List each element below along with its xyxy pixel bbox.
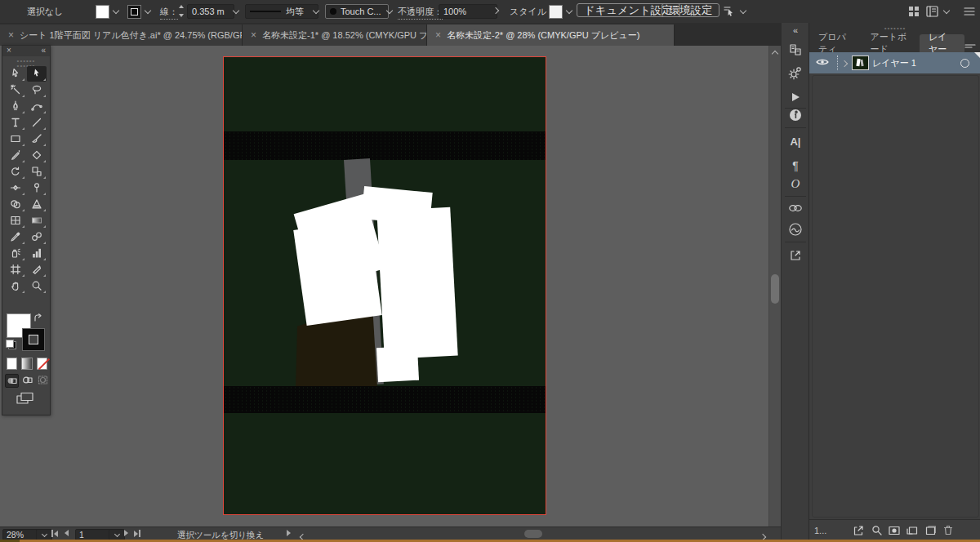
canvas-pasteboard[interactable] — [0, 46, 768, 526]
symbol-sprayer-tool[interactable] — [6, 246, 25, 261]
document-tab-1[interactable]: × シート 1階平面図 リアル色付き.ai* @ 24.75% (RGB/GPU… — [0, 24, 243, 46]
visibility-eye-icon[interactable] — [816, 58, 829, 68]
line-segment-tool[interactable] — [27, 115, 47, 131]
color-button[interactable] — [7, 358, 17, 370]
artboard[interactable] — [224, 57, 546, 514]
close-icon[interactable]: × — [251, 29, 256, 41]
layers-list-area[interactable] — [812, 75, 979, 518]
opacity-disclosure[interactable] — [490, 4, 501, 19]
creative-cloud-icon[interactable] — [782, 220, 809, 238]
rotate-tool[interactable] — [6, 164, 25, 180]
scale-tool[interactable] — [27, 164, 47, 180]
close-icon[interactable]: × — [435, 29, 441, 41]
delete-icon[interactable] — [939, 525, 957, 535]
width-profile-dropdown[interactable] — [310, 4, 322, 19]
vertical-scroll-thumb[interactable] — [771, 274, 779, 304]
width-profile-select[interactable]: 均等 — [245, 4, 318, 19]
close-icon[interactable]: × — [7, 46, 11, 55]
gradient-button[interactable] — [21, 358, 32, 370]
make-mask-icon[interactable] — [885, 526, 903, 535]
preferences-button[interactable]: 環境設定 — [662, 3, 719, 17]
layer-target-icon[interactable] — [960, 59, 969, 68]
stroke-weight-label[interactable]: 線： — [160, 6, 178, 20]
column-graph-tool[interactable] — [27, 246, 47, 261]
app-grid-icon[interactable] — [908, 6, 920, 19]
none-button[interactable] — [37, 358, 47, 370]
magic-wand-tool[interactable] — [6, 82, 25, 98]
zoom-dropdown[interactable] — [36, 529, 52, 540]
draw-behind-button[interactable] — [21, 374, 33, 386]
opacity-input[interactable]: 100% — [439, 4, 497, 19]
mesh-tool[interactable] — [6, 213, 25, 229]
shaper-tool[interactable] — [6, 148, 25, 163]
width-tool[interactable] — [6, 180, 25, 196]
fill-color-swatch[interactable] — [96, 5, 109, 19]
pen-tool[interactable] — [6, 99, 25, 114]
new-sublayer-icon[interactable] — [903, 526, 921, 535]
slice-tool[interactable] — [27, 262, 47, 278]
opentype-icon[interactable]: O — [782, 175, 809, 193]
links-icon[interactable] — [782, 199, 809, 217]
collapse-dock-icon[interactable]: « — [782, 24, 809, 36]
layer-name[interactable]: レイヤー 1 — [872, 57, 916, 69]
puppet-warp-tool[interactable] — [27, 180, 47, 196]
eraser-tool[interactable] — [27, 148, 47, 163]
eyedropper-tool[interactable] — [6, 229, 25, 245]
stroke-weight-dropdown[interactable] — [230, 4, 242, 19]
selection-tool[interactable] — [27, 66, 47, 82]
workspace-dropdown[interactable] — [941, 4, 952, 19]
expand-layer-icon[interactable] — [841, 60, 848, 67]
blend-tool[interactable] — [27, 229, 47, 245]
tab-artboards[interactable]: アートボード — [862, 34, 920, 52]
draw-normal-button[interactable] — [5, 374, 19, 388]
gears-icon[interactable] — [782, 64, 809, 82]
next-page-button[interactable] — [124, 530, 128, 536]
stroke-weight-stepper[interactable] — [177, 5, 185, 17]
stroke-proxy-swatch[interactable] — [22, 328, 45, 351]
workspace-switcher-icon[interactable] — [926, 6, 938, 19]
hand-tool[interactable] — [6, 278, 25, 294]
last-page-button[interactable] — [134, 530, 140, 537]
white-rect-2[interactable] — [293, 220, 382, 326]
new-layer-icon[interactable] — [921, 526, 939, 535]
zoom-level-field[interactable]: 28% — [2, 529, 38, 540]
paintbrush-tool[interactable] — [27, 131, 47, 147]
brush-dropdown[interactable] — [384, 4, 395, 19]
export-icon[interactable] — [782, 247, 809, 264]
white-rect-5[interactable] — [376, 346, 419, 383]
libraries-icon[interactable] — [782, 41, 809, 59]
collapse-icon[interactable]: « — [41, 46, 46, 55]
actions-icon[interactable] — [782, 88, 809, 106]
style-dropdown[interactable] — [564, 4, 575, 19]
collect-export-icon[interactable] — [849, 525, 867, 536]
lasso-tool[interactable] — [27, 82, 47, 98]
vertical-scrollbar[interactable] — [768, 46, 782, 526]
panel-menu-icon[interactable] — [964, 42, 976, 52]
direct-selection-tool[interactable] — [6, 66, 25, 82]
tab-layers[interactable]: レイヤー — [920, 34, 964, 52]
horizontal-scroll-thumb[interactable] — [524, 530, 542, 538]
glyphs-icon[interactable]: A| — [782, 132, 809, 150]
locate-object-icon[interactable] — [867, 525, 885, 535]
opacity-label[interactable]: 不透明度： — [398, 6, 443, 20]
document-tab-2[interactable]: × 名称未設定-1* @ 18.52% (CMYK/GPU プレビュー) — [243, 24, 427, 46]
default-fill-stroke-icon[interactable] — [6, 340, 16, 349]
scroll-up-icon[interactable] — [772, 51, 778, 57]
style-swatch[interactable] — [549, 5, 563, 19]
screen-mode-icon[interactable] — [16, 392, 34, 406]
stroke-weight-input[interactable]: 0.353 m — [187, 4, 234, 19]
curvature-tool[interactable] — [27, 99, 47, 114]
artboard-tool[interactable] — [6, 262, 25, 278]
tab-properties[interactable]: プロパティ — [809, 34, 862, 52]
close-icon[interactable]: × — [8, 29, 14, 41]
black-band-top[interactable] — [224, 131, 546, 160]
touch-workspace-icon[interactable] — [722, 5, 735, 20]
previous-page-button[interactable] — [65, 530, 69, 536]
paragraph-icon[interactable]: ¶ — [782, 157, 809, 175]
first-page-button[interactable] — [51, 530, 58, 537]
stroke-color-swatch[interactable] — [127, 5, 141, 19]
page-dropdown[interactable] — [109, 529, 125, 540]
fill-color-dropdown[interactable] — [110, 4, 122, 19]
shape-builder-tool[interactable] — [6, 197, 25, 212]
info-icon[interactable] — [782, 106, 809, 124]
